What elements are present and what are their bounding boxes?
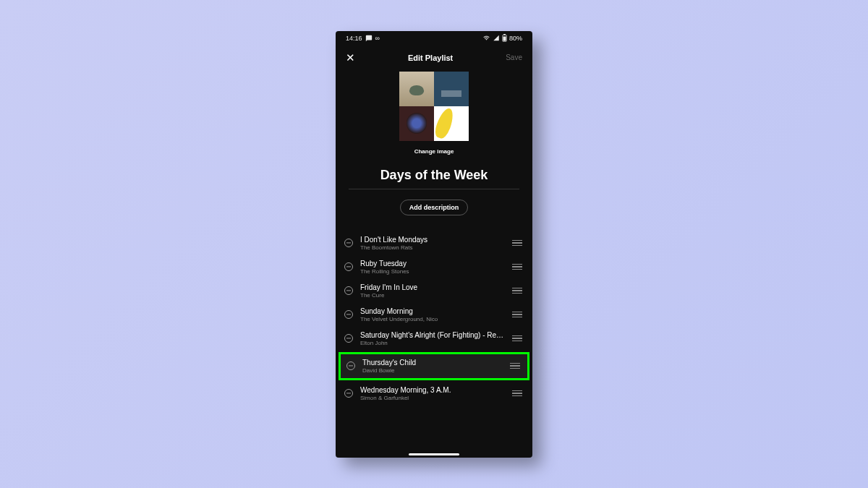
close-icon[interactable]: ✕ [346,51,355,64]
svg-rect-1 [503,34,506,35]
track-artist: The Boomtown Rats [360,244,505,251]
battery-icon [502,34,507,42]
phone-frame: 14:16 ∞ 80% ✕ Edit Playlist Save Change … [336,31,532,458]
change-image-button[interactable]: Change image [414,148,454,155]
track-info: Sunday MorningThe Velvet Underground, Ni… [360,307,505,322]
track-row[interactable]: Wednesday Morning, 3 A.M.Simon & Garfunk… [336,382,532,406]
track-title: Friday I'm In Love [360,283,505,291]
track-artist: Elton John [360,340,505,346]
track-title: Ruby Tuesday [360,260,505,267]
wifi-icon [482,35,490,41]
drag-handle-icon[interactable] [510,363,520,369]
add-description-button[interactable]: Add description [400,200,469,215]
battery-percent: 80% [509,35,522,42]
cover-tile-4 [434,106,469,141]
drag-handle-icon[interactable] [512,312,522,317]
cover-tile-2 [434,72,469,106]
track-info: I Don't Like MondaysThe Boomtown Rats [360,236,505,251]
track-title: Thursday's Child [362,359,503,367]
save-button[interactable]: Save [506,53,522,61]
track-info: Friday I'm In LoveThe Cure [360,283,505,299]
track-row[interactable]: Saturday Night's Alright (For Fighting) … [336,327,532,351]
app-header: ✕ Edit Playlist Save [336,46,532,70]
remove-track-icon[interactable] [344,334,353,343]
track-artist: The Rolling Stones [360,268,505,275]
remove-track-icon[interactable] [344,389,353,398]
track-title: Sunday Morning [360,307,505,315]
track-info: Saturday Night's Alright (For Fighting) … [360,331,505,346]
clock: 14:16 [346,35,362,42]
track-info: Ruby TuesdayThe Rolling Stones [360,260,505,275]
remove-track-icon[interactable] [344,286,353,295]
drag-handle-icon[interactable] [512,240,522,246]
drag-handle-icon[interactable] [512,390,522,396]
remove-track-icon[interactable] [344,310,353,319]
track-row[interactable]: Thursday's ChildDavid Bowie [339,352,529,380]
track-title: Saturday Night's Alright (For Fighting) … [360,331,505,339]
infinity-icon: ∞ [375,35,380,42]
status-left: 14:16 ∞ [346,35,380,42]
remove-track-icon[interactable] [344,262,353,271]
track-info: Thursday's ChildDavid Bowie [362,359,503,374]
status-bar: 14:16 ∞ 80% [336,31,532,46]
remove-track-icon[interactable] [344,239,353,247]
track-title: Wednesday Morning, 3 A.M. [360,386,505,394]
track-artist: The Velvet Underground, Nico [360,316,505,322]
track-list: I Don't Like MondaysThe Boomtown RatsRub… [336,231,532,406]
track-row[interactable]: Sunday MorningThe Velvet Underground, Ni… [336,303,532,327]
signal-icon [493,35,500,41]
track-title: I Don't Like Mondays [360,236,505,244]
track-row[interactable]: Ruby TuesdayThe Rolling Stones [336,255,532,279]
message-icon [365,35,373,42]
cover-tile-3 [399,106,434,141]
drag-handle-icon[interactable] [512,264,522,270]
track-row[interactable]: Friday I'm In LoveThe Cure [336,279,532,303]
home-indicator[interactable] [409,453,459,455]
track-info: Wednesday Morning, 3 A.M.Simon & Garfunk… [360,386,505,401]
remove-track-icon[interactable] [346,361,355,370]
playlist-cover[interactable] [399,72,469,141]
cover-tile-1 [399,72,434,106]
status-right: 80% [482,34,522,42]
playlist-name-input[interactable]: Days of the Week [349,168,519,189]
track-artist: The Cure [360,292,505,299]
track-artist: David Bowie [362,367,503,374]
track-artist: Simon & Garfunkel [360,395,505,401]
track-row[interactable]: I Don't Like MondaysThe Boomtown Rats [336,231,532,255]
drag-handle-icon[interactable] [512,288,522,294]
cover-area: Change image [336,72,532,155]
page-title: Edit Playlist [355,53,506,62]
drag-handle-icon[interactable] [512,335,522,341]
svg-rect-2 [503,36,506,40]
